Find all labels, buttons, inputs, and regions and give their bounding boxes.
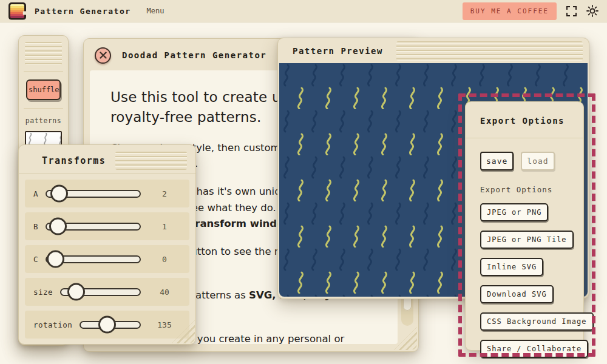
export-option-button[interactable]: JPEG or PNG <box>480 203 548 221</box>
preview-window-title: Pattern Preview <box>293 46 383 56</box>
export-options-label: Export Options <box>480 185 575 194</box>
slider-thumb[interactable] <box>98 316 116 334</box>
slider-value: 2 <box>148 189 181 198</box>
slider-track[interactable] <box>80 321 141 329</box>
preview-window-header: Pattern Preview <box>278 38 589 63</box>
transforms-window: Transforms A2B1C0size40rotation135 <box>18 144 196 345</box>
export-options-window: Export Options save load Export Options … <box>465 101 584 351</box>
slider-track[interactable] <box>46 190 141 198</box>
slider-track[interactable] <box>60 288 141 296</box>
top-bar-actions: BUY ME A COFFEE <box>463 2 599 20</box>
export-window-title: Export Options <box>480 116 565 126</box>
slider-rows: A2B1C0size40rotation135 <box>25 180 189 339</box>
export-option-button[interactable]: Inline SVG <box>480 258 543 276</box>
slider-row-B: B1 <box>25 212 189 240</box>
buy-me-a-coffee-button[interactable]: BUY ME A COFFEE <box>463 2 557 20</box>
slider-label: rotation <box>33 320 72 329</box>
sun-icon <box>586 5 599 17</box>
app-title: Pattern Generator <box>35 7 131 16</box>
theme-toggle-button[interactable] <box>586 5 599 17</box>
slider-row-rotation: rotation135 <box>25 311 189 339</box>
export-option-button[interactable]: JPEG or PNG Tile <box>480 231 574 249</box>
slider-thumb[interactable] <box>47 251 64 268</box>
menu-button[interactable]: Menu <box>147 7 164 15</box>
slider-label: size <box>33 288 53 297</box>
app-logo-icon <box>8 2 26 20</box>
export-option-button[interactable]: Share / Collaborate <box>480 340 588 358</box>
slider-thumb[interactable] <box>50 185 68 203</box>
patterns-label: patterns <box>25 116 61 125</box>
slider-row-A: A2 <box>25 180 189 207</box>
close-window-button[interactable] <box>95 47 111 64</box>
save-load-row: save load <box>480 152 575 170</box>
divider <box>19 173 195 174</box>
shuffle-button[interactable]: shuffle <box>26 79 61 100</box>
slider-row-size: size40 <box>25 278 189 306</box>
slider-value: 1 <box>148 222 181 231</box>
export-button-list: JPEG or PNGJPEG or PNG TileInline SVGDow… <box>480 203 575 358</box>
divider <box>466 138 583 138</box>
window-drag-handle[interactable] <box>115 152 187 170</box>
slider-track[interactable] <box>46 223 141 231</box>
slider-value: 0 <box>148 255 181 264</box>
slider-thumb[interactable] <box>49 218 67 235</box>
shuffle-section: shuffle <box>24 71 63 108</box>
export-option-button[interactable]: CSS Background Image <box>480 312 594 331</box>
load-button[interactable]: load <box>521 152 554 170</box>
window-drag-handle[interactable] <box>25 42 62 65</box>
slider-row-C: C0 <box>25 245 189 273</box>
transforms-window-title: Transforms <box>42 155 106 166</box>
slider-track[interactable] <box>46 255 141 263</box>
slider-label: C <box>33 255 38 264</box>
slider-label: B <box>33 222 38 231</box>
slider-label: A <box>33 189 38 198</box>
window-drag-handle[interactable] <box>396 41 583 61</box>
fullscreen-button[interactable] <box>566 5 577 17</box>
slider-value: 40 <box>148 288 181 297</box>
top-bar: Pattern Generator Menu BUY ME A COFFEE <box>0 0 607 22</box>
save-button[interactable]: save <box>480 152 514 170</box>
export-window-header: Export Options <box>474 112 575 130</box>
transforms-window-header: Transforms <box>25 145 189 173</box>
close-x-icon <box>100 52 107 59</box>
slider-value: 135 <box>148 320 181 329</box>
doodad-window-title: Doodad Pattern Generator <box>122 50 266 60</box>
fullscreen-icon <box>566 5 577 17</box>
slider-thumb[interactable] <box>67 283 85 301</box>
pattern-generator-app: Pattern Generator Menu BUY ME A COFFEE <box>0 0 607 364</box>
export-option-button[interactable]: Download SVG <box>480 285 554 303</box>
